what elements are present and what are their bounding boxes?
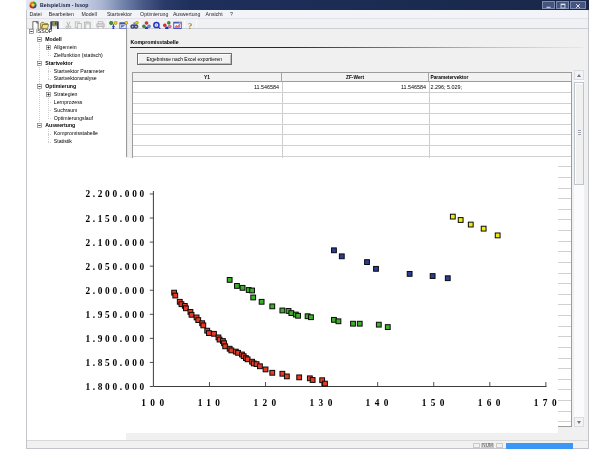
column-header-zf-wert[interactable]: ZF-Wert (282, 73, 429, 82)
data-point-series-blue (332, 248, 337, 253)
x-tick-label: 100 (141, 398, 168, 408)
data-point-series-red (297, 375, 302, 380)
maximize-icon (557, 3, 568, 9)
tree-collapse-icon[interactable] (37, 123, 42, 128)
menu-item-hilfe[interactable]: ? (230, 10, 233, 19)
tree-item-auswertung[interactable]: Auswertung (45, 122, 75, 129)
toolbar-separator (61, 20, 62, 28)
status-cell-1 (473, 443, 481, 449)
y-tick-label: 1.900.000 (85, 334, 147, 344)
maximize-button[interactable] (556, 1, 569, 9)
data-point-series-green (251, 295, 256, 300)
data-point-series-red (310, 378, 315, 383)
scatter-chart: 1.800.0001.850.0001.900.0001.950.0002.00… (27, 158, 558, 433)
client-area: ISSOPModellAllgemeinZielfunktion (statis… (27, 29, 588, 441)
data-point-series-green (250, 288, 255, 293)
menu-item-startvektor[interactable]: Startvektor (107, 10, 132, 19)
scroll-up-button[interactable] (574, 70, 584, 80)
tree-connector (48, 102, 52, 103)
data-point-series-green (270, 304, 275, 309)
tree-connector (48, 110, 52, 111)
tree-connector (48, 79, 52, 80)
table-cell-parametervektor[interactable]: 2.296; 5.029; (429, 82, 572, 93)
data-point-series-green (259, 299, 264, 304)
y-tick-label: 1.800.000 (85, 382, 147, 392)
x-tick-label: 140 (366, 398, 393, 408)
x-tick-label: 130 (310, 398, 337, 408)
tree-item-startvektoranalyse[interactable]: Startvektoranalyse (54, 75, 97, 82)
minimize-button[interactable] (542, 1, 556, 9)
heading-rule (130, 47, 583, 49)
data-point-series-green (376, 322, 381, 327)
scroll-down-icon (577, 421, 581, 424)
column-header-y1[interactable]: Y1 (133, 73, 282, 82)
tree-connector (48, 55, 52, 56)
data-point-series-red (201, 323, 206, 328)
table-row-line (133, 156, 571, 157)
tree-collapse-icon[interactable] (37, 61, 42, 66)
data-point-series-green (357, 321, 362, 326)
table-row-line (133, 113, 571, 114)
tree-item-modell[interactable]: Modell (45, 36, 61, 43)
scroll-up-icon (577, 74, 581, 77)
tree-item-optimierung[interactable]: Optimierung (45, 83, 76, 90)
menu-item-datei[interactable]: Datei (30, 10, 42, 19)
data-point-series-red (284, 374, 289, 379)
close-icon (571, 3, 585, 9)
menu-item-auswertung[interactable]: Auswertung (173, 10, 200, 19)
y-tick-label: 2.100.000 (85, 238, 147, 248)
menu-item-optimierung[interactable]: Optimierung (140, 10, 168, 19)
tree-collapse-icon[interactable] (37, 37, 42, 42)
tree-expand-icon[interactable] (46, 45, 51, 50)
scroll-down-button[interactable] (574, 417, 584, 427)
table-header-row: Y1ZF-WertParametervektor (133, 73, 571, 82)
tree-item-lernprozess[interactable]: Lernprozess (54, 99, 83, 106)
tree-connector (48, 129, 49, 142)
tree-item-strategien[interactable]: Strategien (54, 91, 78, 98)
tree-connector (48, 71, 52, 72)
tree-item-suchraum[interactable]: Suchraum (54, 107, 78, 114)
status-bar: NUM (27, 440, 588, 448)
data-point-series-blue (445, 276, 450, 281)
table-vertical-scrollbar[interactable] (574, 70, 584, 427)
tree-connector (48, 134, 52, 135)
tree-item-startvektor-parameter[interactable]: Startvektor Parameter (54, 68, 105, 75)
title-bar[interactable]: Beispiel.ism - Issop (26, 0, 589, 10)
close-button[interactable] (570, 1, 586, 9)
export-excel-button[interactable]: Ergebnisse nach Excel exportieren (137, 53, 233, 65)
data-point-series-red (270, 370, 275, 375)
y-tick-label: 2.200.000 (85, 189, 147, 199)
menu-item-modell[interactable]: Modell (82, 10, 97, 19)
tree-item-statistik[interactable]: Statistik (54, 138, 72, 145)
menu-item-bearbeiten[interactable]: Bearbeiten (49, 10, 74, 19)
tree-item-kompromisstabelle[interactable]: Kompromisstabelle (54, 130, 98, 137)
screenshot-stage: Beispiel.ism - Issop DateiBearbeitenMode… (0, 0, 615, 450)
table-cell-y1[interactable]: 11.546584 (133, 82, 282, 93)
tree-item-startvektor[interactable]: Startvektor (45, 60, 72, 67)
data-point-series-yellow (458, 218, 463, 223)
progress-bar (506, 443, 573, 449)
data-point-series-red (263, 367, 268, 372)
y-tick-label: 2.150.000 (85, 214, 147, 224)
app-icon (29, 1, 37, 9)
data-point-series-blue (430, 274, 435, 279)
menu-item-ansicht[interactable]: Ansicht (206, 10, 223, 19)
scrollbar-thumb[interactable] (574, 82, 584, 185)
data-point-series-blue (365, 260, 370, 265)
data-point-series-yellow (481, 226, 486, 231)
tree-expand-icon[interactable] (46, 92, 51, 97)
table-cell-zf-wert[interactable]: 11.546584 (282, 82, 429, 93)
tree-collapse-icon[interactable] (29, 29, 34, 34)
data-point-series-red (258, 364, 263, 369)
tree-collapse-icon[interactable] (37, 84, 42, 89)
tree-item-issop[interactable]: ISSOP (36, 28, 52, 35)
menu-bar: DateiBearbeitenModellStartvektorOptimier… (27, 10, 588, 19)
tree-item-allgemein[interactable]: Allgemein (54, 44, 77, 51)
data-point-series-green (235, 284, 240, 289)
chart-window: 1.800.0001.850.0001.900.0001.950.0002.00… (27, 158, 558, 433)
table-row-line (133, 134, 571, 135)
column-header-parametervektor[interactable]: Parametervektor (429, 73, 572, 82)
y-tick-label: 2.050.000 (85, 262, 147, 272)
tree-item-optimierungslauf[interactable]: Optimierungslauf (54, 115, 93, 122)
tree-item-zielfunktion-statisch-[interactable]: Zielfunktion (statisch) (54, 52, 103, 59)
